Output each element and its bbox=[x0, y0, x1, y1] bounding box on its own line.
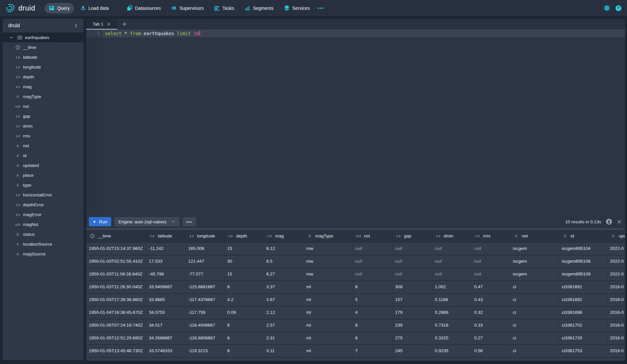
table-cell[interactable]: 1950-01-03T17:26:38.860Z bbox=[86, 294, 146, 306]
table-cell[interactable]: 33.8885 bbox=[146, 294, 186, 306]
schema-selector[interactable]: druid bbox=[3, 19, 84, 29]
table-cell[interactable]: 1950-01-05T12:51:29.690Z bbox=[86, 332, 146, 344]
table-cell[interactable]: null bbox=[393, 243, 432, 255]
table-cell[interactable]: null bbox=[472, 268, 510, 280]
table-cell[interactable]: 2022-0 bbox=[607, 255, 625, 268]
table-cell[interactable] bbox=[264, 358, 304, 361]
table-cell[interactable]: 2.12 bbox=[264, 307, 304, 319]
table-cell[interactable]: 1950-01-03T11:06:28.640Z bbox=[86, 268, 146, 280]
table-cell[interactable]: 0.09 bbox=[225, 307, 264, 319]
run-button[interactable]: Run bbox=[89, 217, 111, 226]
table-cell[interactable]: 6 bbox=[225, 345, 264, 357]
table-cell[interactable] bbox=[225, 358, 264, 361]
table-cell[interactable]: ci3361753 bbox=[559, 345, 607, 357]
table-cell[interactable] bbox=[146, 358, 186, 361]
table-cell[interactable]: iscgem895106 bbox=[559, 255, 607, 268]
nav-item-segments[interactable]: Segments bbox=[240, 3, 278, 13]
table-cell[interactable]: ci bbox=[510, 307, 559, 319]
column-header-magType[interactable]: AmagType bbox=[304, 230, 353, 242]
table-cell[interactable]: 6.12 bbox=[264, 243, 304, 255]
table-cell[interactable]: iscgem895104 bbox=[559, 243, 607, 255]
table-cell[interactable]: ci3361702 bbox=[559, 319, 607, 332]
table-cell[interactable]: 1950-01-02T15:14:37.960Z bbox=[86, 243, 146, 255]
table-cell[interactable]: ml bbox=[304, 319, 353, 332]
table-cell[interactable]: 2.31 bbox=[264, 332, 304, 344]
nav-item-datasources[interactable]: Datasources bbox=[123, 3, 165, 13]
table-cell[interactable]: 7 bbox=[353, 345, 393, 357]
table-cell[interactable]: mw bbox=[304, 268, 353, 280]
nav-item-load-data[interactable]: Load data bbox=[76, 3, 113, 13]
table-cell[interactable]: ci bbox=[510, 281, 559, 293]
table-cell[interactable]: null bbox=[393, 268, 432, 280]
table-cell[interactable] bbox=[186, 358, 225, 361]
sidebar-column-updated[interactable]: Aupdated bbox=[3, 160, 84, 170]
table-cell[interactable] bbox=[353, 358, 393, 361]
table-cell[interactable]: 4.2 bbox=[225, 294, 264, 306]
table-cell[interactable]: 34.3586667 bbox=[146, 332, 186, 344]
column-header-gap[interactable]: 1.0gap bbox=[393, 230, 432, 242]
table-cell[interactable]: 2022-0 bbox=[607, 268, 625, 280]
table-cell[interactable]: 179 bbox=[393, 307, 432, 319]
table-cell[interactable]: 5 bbox=[353, 294, 393, 306]
sidebar-column-depthError[interactable]: 1.0depthError bbox=[3, 200, 84, 210]
table-cell[interactable] bbox=[393, 358, 432, 361]
table-cell[interactable]: null bbox=[472, 243, 510, 255]
sidebar-column-nst[interactable]: 123nst bbox=[3, 101, 84, 111]
table-cell[interactable]: 2016-0 bbox=[607, 281, 625, 293]
tab-1[interactable]: Tab 1 bbox=[86, 19, 117, 30]
table-cell[interactable]: -117.759 bbox=[186, 307, 225, 319]
table-cell[interactable]: 34.017 bbox=[146, 319, 186, 332]
table-cell[interactable]: ci bbox=[510, 332, 559, 344]
table-cell[interactable]: -11.242 bbox=[146, 243, 186, 255]
table-cell[interactable]: 308 bbox=[393, 281, 432, 293]
sidebar-table-earthquakes[interactable]: earthquakes bbox=[3, 32, 84, 42]
sidebar-column-magError[interactable]: 1.0magError bbox=[3, 210, 84, 219]
column-header-depth[interactable]: 1.0depth bbox=[225, 230, 264, 242]
table-cell[interactable]: 33.9406667 bbox=[146, 281, 186, 293]
table-cell[interactable]: ci3361720 bbox=[559, 332, 607, 344]
sidebar-column-longitude[interactable]: 1.0longitude bbox=[3, 62, 84, 72]
column-header-net[interactable]: Anet bbox=[510, 230, 559, 242]
table-cell[interactable]: 6.5 bbox=[264, 255, 304, 268]
table-cell[interactable]: ml bbox=[304, 307, 353, 319]
table-cell[interactable]: 2016-0 bbox=[607, 294, 625, 306]
table-cell[interactable]: mw bbox=[304, 255, 353, 268]
sidebar-column-id[interactable]: Aid bbox=[3, 151, 84, 160]
table-cell[interactable]: null bbox=[353, 268, 393, 280]
table-cell[interactable]: iscgem bbox=[510, 243, 559, 255]
table-cell[interactable]: ml bbox=[304, 332, 353, 344]
table-cell[interactable]: -119.3215 bbox=[186, 345, 225, 357]
table-cell[interactable]: 2016-0 bbox=[607, 307, 625, 319]
table-cell[interactable]: 0.47 bbox=[472, 281, 510, 293]
nav-more-button[interactable]: ••• bbox=[314, 3, 328, 13]
column-header-rms[interactable]: 1.0rms bbox=[472, 230, 510, 242]
table-cell[interactable] bbox=[472, 358, 510, 361]
table-cell[interactable]: 0.33 bbox=[472, 319, 510, 332]
table-cell[interactable]: 2016-0 bbox=[607, 332, 625, 344]
table-cell[interactable]: 8 bbox=[353, 319, 393, 332]
table-cell[interactable]: 0.9235 bbox=[432, 345, 472, 357]
table-cell[interactable]: 17.533 bbox=[146, 255, 186, 268]
sidebar-column-locationSource[interactable]: AlocationSource bbox=[3, 239, 84, 249]
sidebar-column-magSource[interactable]: AmagSource bbox=[3, 249, 84, 259]
column-header-nst[interactable]: 123nst bbox=[353, 230, 393, 242]
close-results-button[interactable] bbox=[617, 219, 622, 224]
table-cell[interactable]: 6 bbox=[225, 281, 264, 293]
druid-home-link[interactable]: druid bbox=[5, 3, 35, 13]
table-cell[interactable]: iscgem bbox=[510, 268, 559, 280]
table-cell[interactable]: ci bbox=[510, 319, 559, 332]
column-header-dmin[interactable]: 1.0dmin bbox=[432, 230, 472, 242]
table-cell[interactable]: 239 bbox=[393, 319, 432, 332]
table-cell[interactable]: 165.006 bbox=[186, 243, 225, 255]
table-cell[interactable]: 3.37 bbox=[264, 281, 304, 293]
table-cell[interactable]: 6 bbox=[353, 281, 393, 293]
table-cell[interactable]: 6 bbox=[225, 332, 264, 344]
query-more-button[interactable]: ••• bbox=[183, 217, 196, 226]
table-cell[interactable]: 1950-01-04T16:38:45.670Z bbox=[86, 307, 146, 319]
engine-select[interactable]: Engine: auto (sql-native) bbox=[114, 217, 179, 226]
column-header-mag[interactable]: 1.0mag bbox=[264, 230, 304, 242]
table-cell[interactable]: 1950-01-05T07:24:19.740Z bbox=[86, 319, 146, 332]
table-cell[interactable]: 0.43 bbox=[472, 294, 510, 306]
table-cell[interactable]: 6.27 bbox=[264, 268, 304, 280]
table-cell[interactable]: ci3361692 bbox=[559, 294, 607, 306]
